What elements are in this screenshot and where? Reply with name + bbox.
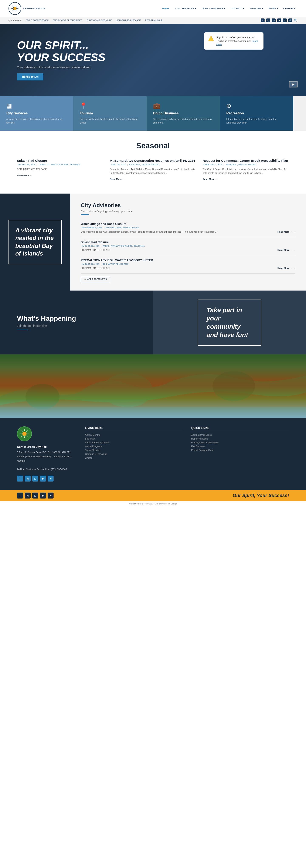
seasonal-card-0-read-more[interactable]: Read More (17, 174, 32, 177)
advisory-0-read-more[interactable]: Read More → (278, 230, 296, 234)
service-card-city-services[interactable]: ▦ City Services Access City's service of… (0, 96, 73, 131)
service-card-recreation[interactable]: ⊕ Recreation Information on our parks, t… (220, 96, 293, 131)
svg-line-20 (26, 431, 28, 432)
footer-facebook-icon[interactable]: f (17, 475, 23, 482)
footer-link-about[interactable]: About Corner Brook (191, 434, 289, 436)
footer-link-events[interactable]: Events (85, 457, 183, 459)
footer-link-waste[interactable]: Waste Programs (85, 445, 183, 447)
youtube-icon[interactable]: ▶ (277, 19, 281, 22)
seasonal-section: Seasonal Splash Pad Closure AUGUST 30, 2… (0, 131, 306, 193)
nav-home[interactable]: HOME (160, 6, 172, 11)
service-card-tourism[interactable]: 📍 Tourism Find out WHY you should come t… (73, 96, 147, 131)
advisory-1-title: Splash Pad Closure (81, 241, 296, 244)
seasonal-card-2-read-more[interactable]: Read More (202, 178, 217, 180)
service-recreation-title: Recreation (226, 112, 287, 115)
advisories-right: City Advisories Find out what's going on… (70, 193, 306, 290)
advisory-2-read-more[interactable]: Read More → (278, 266, 296, 270)
footer: Corner Brook City Hall 5 Park St. Corner… (0, 418, 306, 490)
hero-content: Our Spirit... Your Success Your gateway … (17, 39, 105, 81)
bottom-linkedin-icon[interactable]: in (48, 493, 54, 498)
advisories-section: A vibrant city nestled in the beautiful … (0, 193, 306, 290)
nav-news[interactable]: NEWS ▾ (266, 6, 280, 11)
hero-cta-button[interactable]: Things To Do! (17, 73, 43, 81)
main-nav: HOME CITY SERVICES ▾ DOING BUSINESS ▾ CO… (160, 6, 298, 11)
footer-quick-links-col: Quick Links About Corner Brook Report An… (191, 426, 289, 482)
svg-line-19 (26, 436, 28, 437)
footer-twitter-icon[interactable]: ◻ (32, 475, 38, 482)
bottom-twitter-icon[interactable]: ◻ (32, 493, 38, 498)
svg-line-21 (21, 436, 23, 437)
nav-city-services[interactable]: CITY SERVICES ▾ (173, 6, 198, 11)
advisory-item-2: PRECAUTIONARY BOIL WATER ADVISORY LIFTED… (81, 255, 296, 274)
logo-text: CORNER BROOK (23, 7, 46, 10)
captcha-text: Sign in to confirm you're not a bot. Thi… (216, 36, 259, 46)
nav-doing-business[interactable]: DOING BUSINESS ▾ (199, 6, 228, 11)
advisory-0-body: Due to repairs to the water distribution… (81, 230, 296, 234)
twitter-icon[interactable]: ◻ (272, 19, 276, 22)
footer-link-report[interactable]: Report An Issue (191, 437, 289, 440)
linkedin-icon[interactable]: in (283, 19, 287, 22)
service-doing-business-title: Doing Business (153, 112, 214, 115)
seasonal-card-1-body: Beginning Tuesday, April 16th the Mount … (110, 167, 196, 175)
footer-linkedin-icon[interactable]: in (48, 475, 54, 482)
footer-link-employment[interactable]: Employment Opportunities (191, 441, 289, 444)
svg-line-5 (12, 6, 13, 7)
footer-link-animal-control[interactable]: Animal Control (85, 434, 183, 436)
footer-logo-col: Corner Brook City Hall 5 Park St. Corner… (17, 426, 77, 482)
footer-link-permit[interactable]: Permit Damage Claim (191, 449, 289, 452)
tourism-icon: 📍 (80, 102, 140, 109)
community-box: Take part in your community and have fun… (198, 299, 261, 346)
nav-council[interactable]: COUNCIL ▾ (229, 6, 246, 11)
happening-subtitle: Join the fun in our city! (17, 324, 136, 328)
footer-link-bus-travel[interactable]: Bus Travel (85, 437, 183, 440)
seasonal-card-2-meta: FEBRUARY 2, 2024 | SEASONAL, UNCATEGORIZ… (202, 164, 289, 166)
captcha-warning-icon: ⚠️ (208, 36, 214, 41)
svg-point-10 (102, 373, 153, 407)
footer-instagram-icon[interactable]: ig (25, 475, 31, 482)
seasonal-card-1-read-more[interactable]: Read More (110, 178, 125, 180)
advisory-1-read-more[interactable]: Read More → (278, 248, 296, 252)
quick-link-garbage[interactable]: GARBAGE AND RECYCLING (87, 19, 112, 22)
nav-tourism[interactable]: TOURISM ▾ (247, 6, 265, 11)
footer-link-snow[interactable]: Snow Clearing (85, 449, 183, 452)
happening-right: Take part in your community and have fun… (153, 290, 306, 354)
quick-link-transit[interactable]: CORNER BROOK TRANSIT (116, 19, 141, 22)
bottom-facebook-icon[interactable]: f (17, 493, 23, 498)
bottom-youtube-icon[interactable]: ▶ (40, 493, 46, 498)
instagram-icon[interactable]: ig (266, 19, 270, 22)
nav-contact[interactable]: CONTACT (281, 6, 298, 11)
logo-area[interactable]: CORNER BROOK (8, 2, 46, 15)
svg-point-13 (22, 432, 27, 436)
footer-link-parks[interactable]: Parks and Playgrounds (85, 441, 183, 444)
footer-youtube-icon[interactable]: ▶ (40, 475, 46, 482)
advisory-2-meta: AUGUST 28, 2024 | BOIL WATER ADVISORIES (81, 263, 296, 265)
service-tourism-title: Tourism (80, 112, 140, 115)
quick-link-report[interactable]: REPORT AN ISSUE (145, 19, 162, 22)
footer-social: f ig ◻ ▶ in (17, 475, 77, 482)
quick-links-label: QUICK LINKS: (8, 19, 22, 22)
recreation-icon: ⊕ (226, 102, 287, 109)
service-card-doing-business[interactable]: 💼 Doing Business See resources to help y… (147, 96, 220, 131)
video-play-button[interactable]: ▶ (289, 81, 298, 87)
advisory-item-1: Splash Pad Closure AUGUST 30, 2024 | PAR… (81, 237, 296, 255)
link-icon[interactable]: 🔗 (288, 19, 292, 22)
quick-link-about[interactable]: ABOUT CORNER BROOK (26, 19, 49, 22)
bottom-instagram-icon[interactable]: ig (25, 493, 31, 498)
service-recreation-desc: Information on our parks, their location… (226, 117, 287, 124)
seasonal-card-2-body: The City of Corner Brook is in the proce… (202, 167, 289, 175)
svg-rect-12 (0, 407, 306, 418)
quick-link-employment[interactable]: EMPLOYMENT OPPORTUNITIES (53, 19, 82, 22)
footer-link-garbage[interactable]: Garbage & Recycling (85, 453, 183, 455)
facebook-icon[interactable]: f (261, 19, 265, 22)
seasonal-card-2: Request for Comments: Corner Brook Acces… (202, 157, 289, 183)
advisory-0-meta: SEPTEMBER 3, 2024 | ROAD NOTICES, WATER … (81, 227, 296, 229)
footer-link-fire[interactable]: Fire Services (191, 445, 289, 447)
hero-section: Our Spirit... Your Success Your gateway … (0, 24, 306, 96)
bottom-bar: f ig ◻ ▶ in Our Spirit, Your Success! (0, 490, 306, 501)
logo-circle (8, 2, 21, 15)
svg-line-6 (16, 10, 18, 11)
advisory-0-title: Water Outage and Road Closure (81, 222, 296, 226)
search-icon[interactable]: 🔍 (294, 19, 298, 22)
footer-contact: Corner Brook City Hall 5 Park St. Corner… (17, 444, 77, 471)
more-news-button[interactable]: → MORE FROM NEWS (81, 277, 110, 282)
